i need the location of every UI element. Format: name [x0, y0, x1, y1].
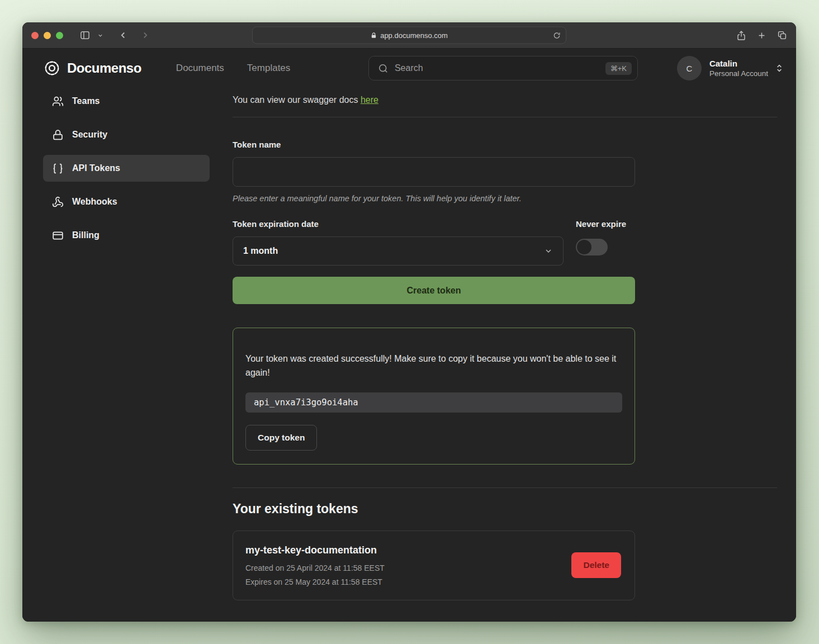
- sidebar-item-label: Teams: [72, 96, 100, 106]
- braces-icon: [52, 163, 64, 174]
- share-icon[interactable]: [736, 30, 746, 41]
- zoom-window-button[interactable]: [56, 32, 63, 39]
- browser-toolbar: app.documenso.com: [22, 22, 796, 49]
- account-menu[interactable]: C Catalin Personal Account: [677, 56, 784, 80]
- copy-token-button[interactable]: Copy token: [245, 425, 317, 451]
- account-type: Personal Account: [709, 69, 768, 78]
- token-name-label: Token name: [233, 140, 635, 149]
- sidebar-item-label: Billing: [72, 230, 100, 240]
- back-button[interactable]: [116, 29, 130, 42]
- settings-sidebar: Teams Security API Tokens Webhooks Billi…: [43, 88, 210, 622]
- token-item-name: my-test-key-documentation: [245, 544, 385, 556]
- search-icon: [378, 63, 389, 74]
- never-expire-toggle[interactable]: [576, 239, 608, 255]
- divider: [233, 117, 777, 117]
- nav-templates[interactable]: Templates: [247, 63, 290, 74]
- sidebar-item-security[interactable]: Security: [43, 121, 210, 148]
- sidebar-item-label: API Tokens: [72, 163, 120, 173]
- search-input[interactable]: Search ⌘+K: [368, 56, 638, 80]
- token-item-expires: Expires on 25 May 2024 at 11:58 EEST: [245, 577, 385, 586]
- lock-icon: [52, 129, 64, 141]
- swagger-docs-text: You can view our swagger docs here: [233, 95, 777, 105]
- minimize-window-button[interactable]: [44, 32, 51, 39]
- nav-documents[interactable]: Documents: [176, 63, 224, 74]
- sidebar-item-api-tokens[interactable]: API Tokens: [43, 155, 210, 182]
- new-tab-icon[interactable]: [757, 31, 766, 40]
- account-name: Catalin: [709, 59, 768, 68]
- sidebar-item-label: Webhooks: [72, 197, 117, 207]
- token-list-item: my-test-key-documentation Created on 25 …: [233, 531, 635, 600]
- webhook-icon: [52, 196, 64, 208]
- app-header: Documenso Documents Templates Search ⌘+K…: [22, 49, 796, 88]
- avatar: C: [677, 56, 702, 80]
- toggle-knob: [577, 240, 591, 254]
- search-placeholder: Search: [395, 63, 599, 73]
- never-expire-label: Never expire: [576, 219, 635, 229]
- traffic-lights: [31, 32, 63, 39]
- token-value: api_vnxa7i3go9oi4aha: [245, 392, 622, 413]
- token-name-input[interactable]: [233, 157, 635, 187]
- reload-icon[interactable]: [553, 31, 561, 39]
- divider: [233, 487, 777, 488]
- forward-button[interactable]: [139, 29, 152, 42]
- sidebar-item-billing[interactable]: Billing: [43, 222, 210, 249]
- token-expiration-label: Token expiration date: [233, 219, 564, 229]
- address-bar[interactable]: app.documenso.com: [252, 27, 566, 44]
- documenso-logo-icon: [44, 60, 60, 77]
- token-created-message: Your token was created successfully! Mak…: [245, 352, 621, 380]
- expiration-select[interactable]: 1 month: [233, 236, 564, 266]
- browser-window: app.documenso.com Docum: [22, 22, 796, 622]
- sidebar-item-webhooks[interactable]: Webhooks: [43, 188, 210, 215]
- sidebar-item-teams[interactable]: Teams: [43, 88, 210, 115]
- brand-logo[interactable]: Documenso: [44, 60, 141, 77]
- close-window-button[interactable]: [31, 32, 39, 39]
- api-tokens-panel: You can view our swagger docs here Token…: [233, 88, 777, 622]
- users-icon: [52, 96, 64, 107]
- token-created-alert: Your token was created successfully! Mak…: [233, 328, 635, 465]
- credit-card-icon: [52, 230, 64, 242]
- existing-tokens-heading: Your existing tokens: [233, 501, 777, 517]
- sidebar-chevron-icon[interactable]: [96, 31, 105, 40]
- expiration-selected-value: 1 month: [243, 246, 278, 256]
- main-nav: Documents Templates: [176, 63, 290, 74]
- swagger-docs-label: You can view our swagger docs: [233, 95, 361, 105]
- chevrons-up-down-icon: [775, 64, 784, 73]
- chevron-down-icon: [544, 247, 553, 255]
- token-name-help: Please enter a meaningful name for your …: [233, 194, 635, 203]
- search-shortcut-badge: ⌘+K: [605, 62, 632, 75]
- brand-name: Documenso: [67, 60, 141, 76]
- delete-token-button[interactable]: Delete: [571, 552, 621, 578]
- create-token-button[interactable]: Create token: [233, 277, 635, 304]
- tabs-overview-icon[interactable]: [777, 30, 787, 40]
- lock-icon: [371, 32, 377, 39]
- swagger-docs-link[interactable]: here: [361, 95, 378, 105]
- token-item-created: Created on 25 April 2024 at 11:58 EEST: [245, 564, 385, 572]
- sidebar-item-label: Security: [72, 130, 107, 140]
- sidebar-toggle-icon[interactable]: [78, 28, 92, 42]
- url-text: app.documenso.com: [380, 31, 448, 40]
